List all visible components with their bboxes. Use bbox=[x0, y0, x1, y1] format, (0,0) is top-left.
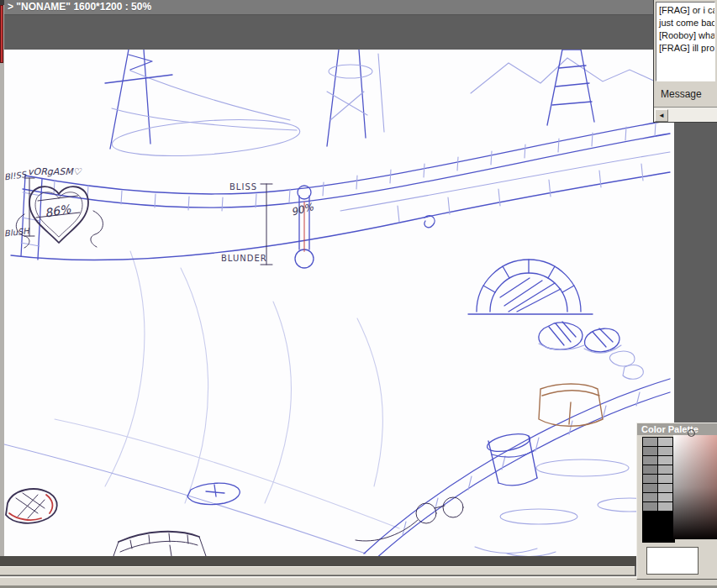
color-palette-panel: Color Palette bbox=[636, 423, 717, 580]
canvas-text-bliss: BLISS bbox=[229, 182, 257, 192]
palette-swatch[interactable] bbox=[643, 502, 657, 511]
scroll-left-arrow-icon[interactable]: ◄ bbox=[655, 109, 668, 122]
canvas-horizontal-scrollbar[interactable] bbox=[0, 566, 635, 575]
palette-swatch[interactable] bbox=[658, 502, 672, 511]
sketch-artwork: BLISS BLUNDER ORGASM ORGASM 90% Bl!SS vO… bbox=[4, 50, 674, 556]
chat-message: just come bac bbox=[659, 17, 714, 29]
canvas-text-86pct: 86% bbox=[44, 202, 72, 219]
chat-panel: [FRAG] or i cajust come bac[Rooboy] wha[… bbox=[653, 0, 717, 123]
canvas-bottom-shadow bbox=[0, 556, 636, 566]
palette-swatch[interactable] bbox=[643, 475, 657, 483]
palette-swatch[interactable] bbox=[658, 493, 672, 501]
drawing-canvas[interactable]: BLISS BLUNDER ORGASM ORGASM 90% Bl!SS vO… bbox=[4, 50, 674, 556]
gradient-picker[interactable] bbox=[673, 435, 717, 539]
palette-swatch[interactable] bbox=[658, 438, 672, 446]
canvas-text-orgasm-blue: ORGASM bbox=[273, 187, 281, 242]
gradient-selector-ring[interactable] bbox=[688, 429, 695, 437]
chat-message-bar: Message bbox=[654, 81, 717, 107]
chat-message: [Rooboy] wha bbox=[659, 29, 714, 42]
chat-message: [FRAG] ill prob bbox=[659, 42, 714, 55]
palette-swatch[interactable] bbox=[658, 484, 672, 492]
color-palette-titlebar[interactable]: Color Palette bbox=[637, 423, 717, 435]
swatch-grid bbox=[643, 438, 674, 511]
palette-swatch[interactable] bbox=[643, 493, 657, 501]
palette-swatch[interactable] bbox=[643, 447, 657, 455]
palette-swatch[interactable] bbox=[658, 465, 672, 474]
app-window: > "NONAME" 1600*1200 : 50% bbox=[0, 0, 717, 588]
palette-swatch[interactable] bbox=[643, 438, 657, 446]
chat-log[interactable]: [FRAG] or i cajust come bac[Rooboy] wha[… bbox=[656, 2, 715, 81]
canvas-text-orgasm-dark: ORGASM bbox=[284, 191, 292, 245]
palette-swatch[interactable] bbox=[658, 475, 672, 483]
chat-message-label: Message bbox=[661, 88, 702, 100]
swatch-area bbox=[642, 437, 675, 543]
chat-horizontal-scrollbar[interactable]: ◄ bbox=[654, 107, 717, 122]
current-color-swatch[interactable] bbox=[646, 547, 699, 575]
window-titlebar[interactable]: > "NONAME" 1600*1200 : 50% bbox=[0, 0, 717, 15]
canvas-text-heart-caption: vORgASM♡ bbox=[28, 166, 82, 177]
palette-swatch[interactable] bbox=[658, 447, 672, 455]
left-strip-red-marker bbox=[0, 5, 3, 63]
window-bottom-bar bbox=[0, 576, 717, 588]
chat-message: [FRAG] or i ca bbox=[659, 4, 714, 17]
palette-swatch[interactable] bbox=[658, 456, 672, 465]
palette-swatch[interactable] bbox=[643, 465, 657, 474]
palette-swatch[interactable] bbox=[643, 484, 657, 492]
palette-swatch[interactable] bbox=[643, 456, 657, 465]
color-palette-body bbox=[637, 435, 717, 579]
canvas-text-blunder: BLUNDER bbox=[221, 254, 267, 263]
